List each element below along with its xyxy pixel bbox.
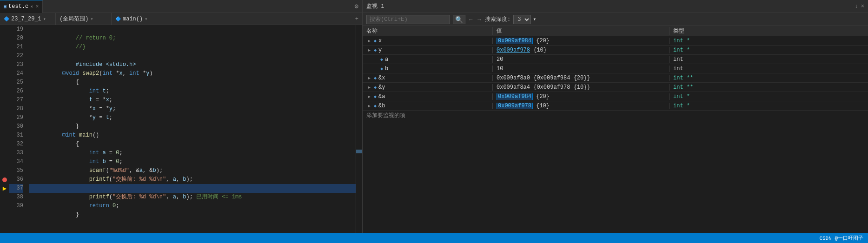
tab-filename: test.c <box>8 3 28 10</box>
watch-name-y: ▶ ◆ y <box>363 47 493 53</box>
watch-icon-ampx: ◆ <box>374 75 377 81</box>
watch-nav-forward[interactable]: → <box>477 16 482 23</box>
ln-30: 30 <box>9 122 23 131</box>
editor-toolbar: 🔷 23_7_29_1 ▾ (全局范围) ▾ 🔷 main() ▾ + <box>0 13 362 25</box>
watch-value-ampb: 0x009af978 {10} <box>493 103 669 109</box>
expand-ampa[interactable]: ▶ <box>366 94 372 99</box>
code-area: ▶ 19 20 21 22 23 24 25 26 27 28 29 30 31 <box>0 25 362 233</box>
watch-plain-ampy: 0x009af8a4 {0x009af978 {10}} <box>497 84 590 91</box>
watch-plain-b: 10 <box>497 66 503 72</box>
watch-detail-x: {20} <box>533 38 550 44</box>
ln-28: 28 <box>9 105 23 113</box>
ln-34: 34 <box>9 158 23 166</box>
code-line-36: swap2(&a, &b); //实际参数 <box>29 175 356 184</box>
gutter-26 <box>0 87 9 96</box>
add-watch-btn[interactable]: + <box>351 16 362 22</box>
gutter-19 <box>0 25 9 34</box>
watch-col-type: 类型 <box>669 27 868 35</box>
watch-row-b[interactable]: ◆ b 10 int <box>363 64 868 73</box>
gutter-38 <box>0 193 9 202</box>
ln-32: 32 <box>9 140 23 149</box>
expand-ampy[interactable]: ▶ <box>366 85 372 90</box>
scope-selector[interactable]: 🔷 23_7_29_1 ▾ <box>0 13 56 25</box>
watch-search-bar: 🔍 ← → 搜索深度: 3 1 2 4 5 ▾ <box>363 13 868 26</box>
code-line-38: return 0; <box>29 193 356 202</box>
gutter-27 <box>0 96 9 105</box>
ln-31: 31 <box>9 131 23 140</box>
watch-name-a: ◆ a <box>363 56 493 63</box>
tab-close-btn[interactable]: × <box>36 4 39 9</box>
expand-x[interactable]: ▶ <box>366 38 372 44</box>
watch-row-ampy[interactable]: ▶ ◆ &y 0x009af8a4 {0x009af978 {10}} int … <box>363 83 868 92</box>
watch-name-ampy: ▶ ◆ &y <box>363 84 493 91</box>
ln-22: 22 <box>9 52 23 60</box>
expand-b <box>366 66 372 71</box>
gutter-31 <box>0 131 9 140</box>
watch-icon-a: ◆ <box>380 57 383 62</box>
watch-search-input[interactable] <box>366 15 450 24</box>
ln-29: 29 <box>9 113 23 122</box>
code-line-29: } <box>29 113 356 122</box>
watch-close-icon[interactable]: × <box>861 3 864 10</box>
watch-row-y[interactable]: ▶ ◆ y 0x009af978 {10} int * <box>363 46 868 55</box>
breakpoint-36[interactable] <box>2 177 7 182</box>
watch-row-a[interactable]: ◆ a 20 int <box>363 55 868 64</box>
code-line-30: ⊟int main() <box>29 122 356 131</box>
watch-addr-ampa: 0x009af984 <box>497 93 533 100</box>
gutter-30 <box>0 122 9 131</box>
watch-icon-y: ◆ <box>374 47 377 53</box>
editor-tab-active[interactable]: ▣ test.c ✕ × <box>0 0 43 13</box>
scope-label: 23_7_29_1 <box>11 16 41 22</box>
depth-dropdown-arrow: ▾ <box>533 16 536 23</box>
code-line-22: #include <stdio.h> <box>29 52 356 60</box>
watch-row-x[interactable]: ▶ ◆ x 0x009af984 {20} int * <box>363 36 868 46</box>
editor-panel: ▣ test.c ✕ × ⚙ 🔷 23_7_29_1 ▾ (全局范围) ▾ 🔷 <box>0 0 363 233</box>
code-line-27: *x = *y; <box>29 96 356 105</box>
ln-21: 21 <box>9 43 23 52</box>
code-line-19: // return 0; <box>29 25 356 34</box>
watch-add-item[interactable]: 添加要监视的项 <box>363 111 868 120</box>
expand-ampx[interactable]: ▶ <box>366 75 372 81</box>
tab-modified: ✕ <box>30 4 33 9</box>
watch-type-x: int * <box>669 38 868 44</box>
ln-24: 24 <box>9 69 23 78</box>
watch-pin-icon[interactable]: ↓ <box>855 3 858 10</box>
settings-btn[interactable]: ⚙ <box>351 2 362 10</box>
ln-33: 33 <box>9 149 23 158</box>
function-selector[interactable]: 🔷 main() ▾ <box>112 13 167 25</box>
ln-38: 38 <box>9 193 23 202</box>
gutter-22 <box>0 52 9 60</box>
watch-type-ampx: int ** <box>669 75 868 81</box>
gutter-32 <box>0 140 9 149</box>
watch-search-button[interactable]: 🔍 <box>453 15 465 24</box>
gutter-33 <box>0 149 9 158</box>
watch-row-ampx[interactable]: ▶ ◆ &x 0x009af8a0 {0x009af984 {20}} int … <box>363 73 868 83</box>
context-dropdown-arrow: ▾ <box>90 16 93 22</box>
watch-type-ampa: int * <box>669 93 868 100</box>
expand-ampb[interactable]: ▶ <box>366 103 372 109</box>
watch-row-ampb[interactable]: ▶ ◆ &b 0x009af978 {10} int * <box>363 101 868 111</box>
context-selector[interactable]: (全局范围) ▾ <box>56 13 112 25</box>
gutter-25 <box>0 78 9 87</box>
watch-type-ampb: int * <box>669 103 868 109</box>
watch-addr-x: 0x009af984 <box>497 38 533 44</box>
expand-y[interactable]: ▶ <box>366 47 372 53</box>
watch-name-ampb: ▶ ◆ &b <box>363 103 493 109</box>
code-line-23: ⊟void swap2(int *x, int *y) <box>29 60 356 69</box>
watch-type-a: int <box>669 56 868 63</box>
watch-depth-select[interactable]: 3 1 2 4 5 <box>513 15 531 24</box>
code-line-26: t = *x; <box>29 87 356 96</box>
watch-nav-back[interactable]: ← <box>468 16 474 23</box>
watch-name-ampx: ▶ ◆ &x <box>363 75 493 81</box>
ln-36: 36 <box>9 175 23 184</box>
watch-depth-label: 搜索深度: <box>485 15 510 23</box>
tab-bar: ▣ test.c ✕ × ⚙ <box>0 0 362 13</box>
code-lines: // return 0; //} #include <stdio.h> ⊟voi… <box>27 25 356 233</box>
watch-value-b: 10 <box>493 66 669 72</box>
watch-depth-selector[interactable]: 3 1 2 4 5 ▾ <box>513 15 536 24</box>
watch-row-ampa[interactable]: ▶ ◆ &a 0x009af984 {20} int * <box>363 92 868 101</box>
ln-26: 26 <box>9 87 23 96</box>
minimap-marker <box>356 150 362 153</box>
gutter-35 <box>0 166 9 175</box>
watch-titlebar: 监视 1 ↓ × <box>363 0 868 13</box>
